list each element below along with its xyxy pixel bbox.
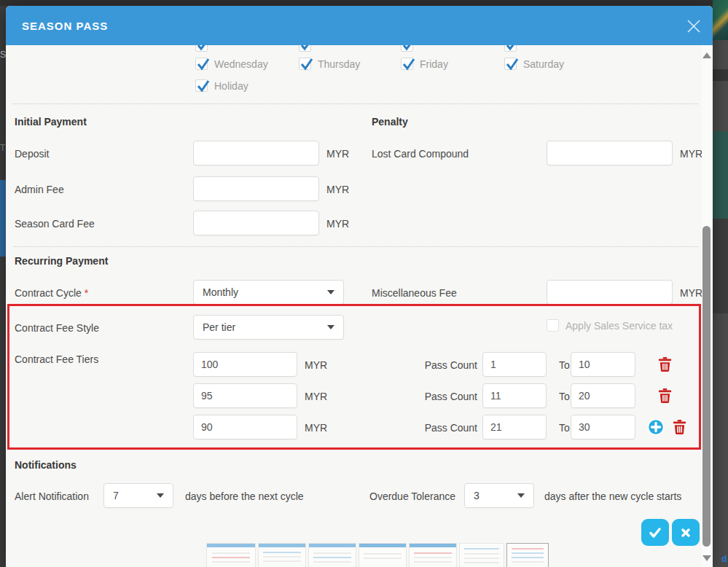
day-label: Thursday: [318, 58, 360, 70]
background-thumbnail: [308, 543, 356, 567]
to-label: To: [559, 391, 570, 402]
modal-header: SEASON PASS: [6, 6, 713, 45]
apply-tax-option[interactable]: Apply Sales Service tax: [547, 319, 673, 332]
misc-fee-input[interactable]: [547, 280, 673, 305]
alert-notification-value: 7: [113, 490, 119, 501]
backdrop-right-band-2: [713, 219, 728, 313]
scrollbar-thumb[interactable]: [702, 226, 711, 547]
confirm-button[interactable]: [641, 519, 669, 546]
day-option-friday[interactable]: Friday: [401, 58, 448, 70]
x-icon: [681, 528, 690, 537]
deposit-input[interactable]: [193, 141, 319, 165]
chevron-down-icon: [517, 493, 525, 498]
day-checkbox-clipped[interactable]: [504, 45, 517, 52]
day-label: Friday: [420, 58, 448, 70]
background-thumbnail: [506, 543, 549, 567]
pass-count-from-input[interactable]: [482, 383, 547, 408]
checkbox-checked[interactable]: [401, 58, 413, 70]
backdrop-top-strip: [0, 0, 728, 6]
lost-card-currency: MYR: [680, 148, 702, 160]
scroll-down-arrow[interactable]: [702, 555, 711, 561]
day-checkbox-clipped[interactable]: [195, 45, 208, 52]
pass-count-from-input[interactable]: [482, 352, 547, 377]
contract-cycle-label: Contract Cycle *: [15, 287, 88, 299]
recurring-payment-heading: Recurring Payment: [15, 255, 108, 267]
misc-fee-currency: MYR: [680, 287, 702, 299]
checkbox-checked[interactable]: [299, 58, 311, 70]
notifications-heading: Notifications: [15, 459, 77, 471]
pass-count-from-input[interactable]: [482, 415, 547, 439]
contract-fee-tiers-label: Contract Fee Tiers: [15, 353, 98, 365]
tier-fee-input[interactable]: [193, 415, 297, 439]
pass-count-label: Pass Count: [423, 422, 477, 434]
initial-payment-heading: Initial Payment: [15, 116, 87, 128]
tier-fee-input[interactable]: [193, 383, 297, 408]
contract-cycle-select[interactable]: Monthly: [193, 280, 344, 305]
checkbox-checked[interactable]: [195, 58, 208, 70]
overdue-tolerance-select[interactable]: 3: [464, 483, 534, 508]
day-label: Holiday: [214, 80, 248, 92]
to-label: To: [559, 359, 570, 371]
deposit-label: Deposit: [15, 148, 49, 160]
day-option-holiday[interactable]: Holiday: [195, 79, 248, 92]
to-label: To: [559, 422, 570, 434]
background-thumbnail: [206, 543, 256, 567]
misc-fee-label: Miscellaneous Fee: [372, 287, 457, 299]
chevron-down-icon: [327, 325, 334, 329]
check-icon: [649, 528, 661, 538]
delete-tier-icon[interactable]: [658, 388, 672, 404]
pass-count-to-input[interactable]: [571, 415, 635, 439]
cancel-button[interactable]: [672, 519, 700, 546]
overdue-tolerance-label: Overdue Tolerance: [369, 490, 455, 502]
contract-fee-style-value: Per tier: [203, 321, 235, 333]
tier-fee-input[interactable]: [193, 352, 297, 377]
alert-notification-select[interactable]: 7: [103, 483, 173, 508]
overdue-tolerance-suffix: days after the new cycle starts: [544, 490, 681, 502]
lost-card-input[interactable]: [547, 141, 673, 165]
backdrop-corner-link: d: [721, 554, 727, 564]
add-tier-icon[interactable]: [647, 418, 665, 436]
admin-fee-currency: MYR: [326, 184, 349, 195]
chevron-down-icon: [157, 493, 164, 498]
penalty-heading: Penalty: [372, 116, 408, 128]
day-label: Wednesday: [214, 58, 268, 70]
pass-count-to-input[interactable]: [571, 352, 635, 377]
season-card-fee-label: Season Card Fee: [15, 218, 95, 230]
background-thumbnails: [206, 543, 521, 567]
apply-tax-label: Apply Sales Service tax: [565, 320, 673, 332]
backdrop-left-blue-box: [0, 180, 6, 257]
backdrop-left-letter-top: S: [0, 50, 6, 60]
divider: [13, 103, 698, 104]
pass-count-to-input[interactable]: [571, 383, 635, 408]
day-checkbox-clipped[interactable]: [401, 45, 413, 52]
day-checkbox-clipped[interactable]: [299, 45, 311, 52]
tier-currency: MYR: [305, 422, 327, 434]
contract-fee-style-select[interactable]: Per tier: [193, 315, 344, 340]
checkbox-checked[interactable]: [195, 79, 208, 92]
day-option-saturday[interactable]: Saturday: [504, 58, 564, 70]
overdue-tolerance-value: 3: [474, 490, 480, 501]
pass-count-label: Pass Count: [423, 359, 477, 371]
delete-tier-icon[interactable]: [658, 356, 672, 372]
scroll-up-arrow[interactable]: [702, 52, 711, 58]
close-icon[interactable]: [684, 16, 704, 36]
checkbox-checked[interactable]: [504, 58, 517, 70]
pass-count-label: Pass Count: [423, 391, 477, 402]
season-card-fee-currency: MYR: [326, 218, 349, 230]
scrollbar[interactable]: [702, 45, 712, 567]
day-option-thursday[interactable]: Thursday: [299, 58, 360, 70]
background-thumbnail: [409, 543, 457, 567]
day-option-wednesday[interactable]: Wednesday: [195, 58, 268, 70]
admin-fee-input[interactable]: [193, 176, 319, 201]
season-card-fee-input[interactable]: [193, 211, 319, 235]
contract-fee-style-label: Contract Fee Style: [15, 322, 99, 334]
alert-notification-label: Alert Notification: [15, 490, 89, 502]
chevron-down-icon: [327, 290, 334, 294]
season-pass-modal: SEASON PASS Wednesday Thursday Friday Sa…: [6, 6, 713, 567]
delete-tier-icon[interactable]: [673, 419, 686, 435]
contract-cycle-label-text: Contract Cycle: [15, 287, 82, 299]
tier-currency: MYR: [305, 391, 327, 402]
divider: [13, 246, 698, 247]
checkbox-unchecked[interactable]: [547, 319, 559, 332]
backdrop-left-strip: [0, 6, 6, 567]
